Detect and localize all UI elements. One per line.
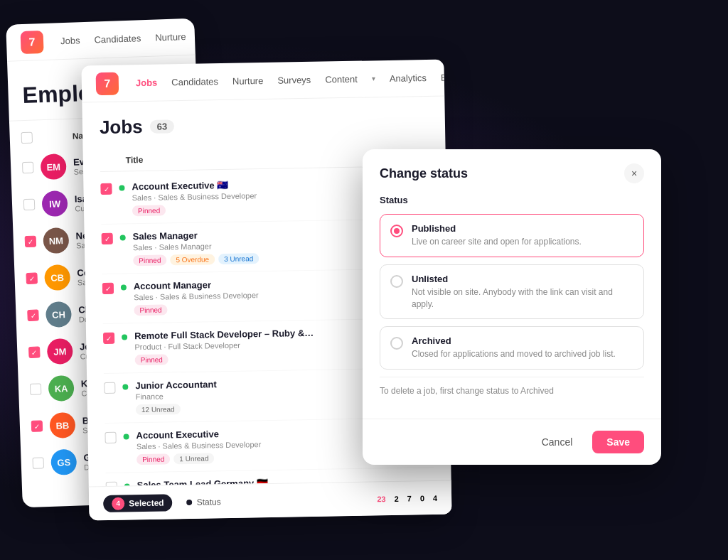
job-tag-unread-4: 12 Unread	[136, 404, 181, 415]
job-tag-overdue-1: 5 Overdue	[170, 254, 215, 265]
nav-surveys-bg[interactable]: Surveys	[200, 30, 210, 42]
emp-avatar-4: CH	[46, 301, 72, 328]
status-option-unlisted[interactable]: Unlisted Not visible on site. Anybody wi…	[380, 264, 644, 320]
emp-avatar-0: EM	[41, 154, 67, 180]
job-tag-unread-5: 1 Unread	[173, 453, 214, 464]
stat-0: 23	[377, 495, 385, 503]
nav-employees-front[interactable]: Employees	[441, 72, 452, 83]
emp-avatar-1: IW	[41, 190, 68, 217]
emp-avatar-6: KA	[48, 375, 74, 402]
job-checkbox-2[interactable]	[102, 283, 114, 294]
selected-label: Selected	[129, 497, 164, 508]
jobs-bottom-bar: 4 Selected Status 23 2 7 0 4	[89, 480, 452, 521]
emp-checkbox-6[interactable]	[30, 383, 42, 395]
job-checkbox-4[interactable]	[104, 382, 115, 394]
option-desc-archived: Closed for applications and moved to arc…	[412, 348, 633, 360]
job-status-dot-2	[121, 284, 127, 290]
modal-title: Change status	[380, 166, 468, 181]
jobs-title: Jobs	[100, 116, 143, 139]
stat-1: 2	[395, 494, 399, 502]
emp-checkbox-4[interactable]	[27, 309, 39, 321]
radio-unlisted	[390, 275, 403, 288]
job-tag-pinned-3: Pinned	[135, 354, 168, 365]
nav-items-bg: Jobs Candidates Nurture Surveys Content …	[60, 24, 211, 46]
selected-badge: 4 Selected	[103, 494, 173, 512]
emp-avatar-2: NM	[43, 227, 69, 254]
job-status-dot-0	[119, 185, 124, 190]
job-tag-pinned-0: Pinned	[132, 205, 166, 216]
job-tag-pinned-2: Pinned	[134, 304, 167, 316]
nav-jobs-bg[interactable]: Jobs	[60, 35, 80, 46]
status-indicator: Status	[186, 497, 220, 507]
emp-checkbox-8[interactable]	[32, 457, 44, 469]
job-tag-pinned-5: Pinned	[136, 453, 170, 465]
nav-candidates-bg[interactable]: Candidates	[94, 33, 141, 45]
nav-analytics-front[interactable]: Analytics	[390, 72, 427, 84]
save-button[interactable]: Save	[592, 431, 644, 453]
jobs-title-row: Jobs 63	[100, 111, 428, 139]
emp-checkbox-2[interactable]	[25, 236, 37, 248]
change-status-modal: Change status × Status Published Live on…	[363, 149, 661, 465]
emp-avatar-8: GS	[50, 449, 77, 475]
nav-nurture-bg[interactable]: Nurture	[155, 31, 186, 43]
nav-jobs-front[interactable]: Jobs	[136, 77, 158, 89]
cancel-button[interactable]: Cancel	[530, 431, 584, 453]
emp-checkbox-1[interactable]	[23, 199, 36, 211]
stat-4: 4	[433, 493, 437, 502]
nav-bar-jobs: 7 Jobs Candidates Nurture Surveys Conten…	[81, 60, 444, 103]
stats-row: 23 2 7 0 4	[377, 493, 437, 502]
radio-archived	[390, 337, 403, 350]
logo-jobs: 7	[96, 72, 119, 95]
job-checkbox-3[interactable]	[103, 333, 114, 344]
nav-nurture-front[interactable]: Nurture	[232, 75, 264, 87]
job-checkbox-1[interactable]	[102, 233, 113, 244]
modal-footer: Cancel Save	[363, 419, 661, 465]
selected-count: 4	[112, 497, 124, 510]
job-status-dot-5	[124, 434, 129, 439]
nav-items-jobs: Jobs Candidates Nurture Surveys Content …	[136, 72, 452, 89]
logo-bg: 7	[21, 31, 44, 54]
job-status-dot-1	[120, 235, 126, 240]
stat-3: 0	[420, 494, 424, 502]
job-checkbox-0[interactable]	[100, 183, 112, 195]
option-title-published: Published	[412, 223, 633, 234]
option-text-published: Published Live on career site and open f…	[412, 223, 633, 248]
job-tag-unread-1: 3 Unread	[218, 253, 259, 264]
option-text-unlisted: Unlisted Not visible on site. Anybody wi…	[412, 274, 633, 311]
emp-avatar-5: JM	[47, 338, 73, 365]
jobs-count-badge: 63	[149, 119, 174, 134]
jobs-col-title: Title	[100, 155, 144, 166]
nav-content-front[interactable]: Content	[325, 74, 358, 85]
nav-bar-bg: 7 Jobs Candidates Nurture Surveys Conten…	[6, 18, 196, 62]
status-label: Status	[196, 497, 220, 507]
emp-checkbox-0[interactable]	[22, 162, 34, 174]
status-option-archived[interactable]: Archived Closed for applications and mov…	[380, 326, 644, 370]
emp-avatar-3: CB	[44, 264, 70, 291]
modal-body: Status Published Live on career site and…	[363, 195, 661, 419]
option-desc-unlisted: Not visible on site. Anybody with the li…	[412, 286, 633, 311]
emp-avatar-7: BB	[49, 412, 75, 438]
modal-close-button[interactable]: ×	[624, 163, 644, 183]
job-status-dot-3	[122, 334, 127, 340]
emp-checkbox-3[interactable]	[26, 273, 38, 285]
job-status-dot-4	[122, 384, 128, 389]
nav-surveys-front[interactable]: Surveys	[277, 75, 311, 86]
modal-section-status: Status	[380, 195, 644, 205]
modal-header: Change status ×	[363, 149, 661, 195]
radio-published	[390, 225, 403, 237]
option-text-archived: Archived Closed for applications and mov…	[412, 335, 633, 360]
option-desc-published: Live on career site and open for applica…	[412, 236, 633, 248]
option-title-unlisted: Unlisted	[412, 274, 633, 284]
emp-checkbox-7[interactable]	[31, 420, 43, 432]
emp-header-checkbox[interactable]	[21, 132, 33, 144]
emp-checkbox-5[interactable]	[28, 346, 41, 358]
modal-note: To delete a job, first change status to …	[380, 377, 644, 404]
nav-candidates-front[interactable]: Candidates	[171, 76, 218, 87]
option-title-archived: Archived	[412, 335, 633, 346]
job-tag-pinned-1: Pinned	[133, 254, 166, 266]
job-checkbox-5[interactable]	[105, 432, 116, 443]
status-option-published[interactable]: Published Live on career site and open f…	[380, 214, 644, 257]
status-dot	[186, 499, 192, 505]
stat-2: 7	[407, 494, 412, 502]
